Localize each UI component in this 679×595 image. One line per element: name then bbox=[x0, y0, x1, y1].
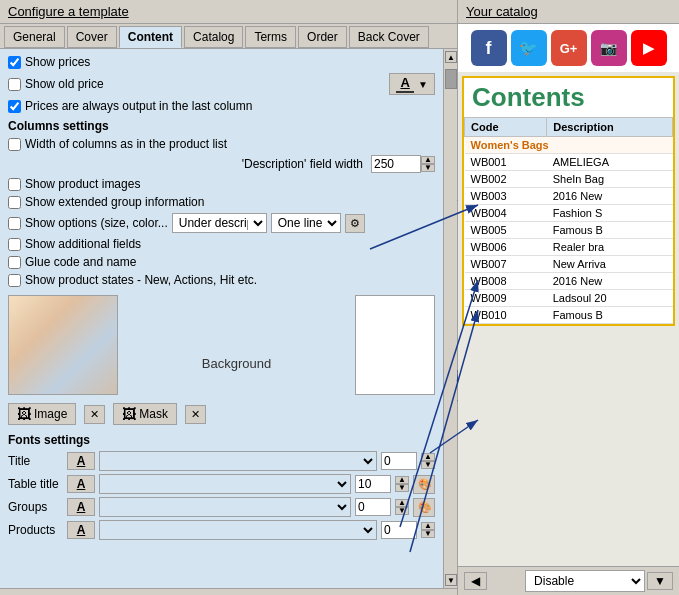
show-additional-fields-label: Show additional fields bbox=[25, 237, 141, 251]
show-product-images-label: Show product images bbox=[25, 177, 140, 191]
font-table-title-label: Table title bbox=[8, 477, 63, 491]
youtube-icon: ▶ bbox=[631, 30, 667, 66]
show-prices-label: Show prices bbox=[25, 55, 90, 69]
scrollbar[interactable]: ▲ ▼ bbox=[443, 49, 457, 588]
delete-image-button[interactable]: ✕ bbox=[84, 405, 105, 424]
show-product-images-checkbox[interactable] bbox=[8, 178, 21, 191]
font-title-spinner[interactable]: ▲ ▼ bbox=[421, 453, 435, 469]
background-label: Background bbox=[202, 356, 271, 371]
font-table-title-spinner[interactable]: ▲ ▼ bbox=[395, 476, 409, 492]
show-options-checkbox[interactable] bbox=[8, 217, 21, 230]
twitter-icon: 🐦 bbox=[511, 30, 547, 66]
spin-down[interactable]: ▼ bbox=[421, 164, 435, 172]
font-title-label: Title bbox=[8, 454, 63, 468]
googleplus-icon: G+ bbox=[551, 30, 587, 66]
table-row: WB008 2016 New bbox=[465, 273, 673, 290]
col-description: Description bbox=[547, 118, 673, 137]
contents-title: Contents bbox=[472, 82, 585, 112]
tab-back-cover[interactable]: Back Cover bbox=[349, 26, 429, 48]
table-row: WB010 Famous B bbox=[465, 307, 673, 324]
table-row: WB006 Realer bra bbox=[465, 239, 673, 256]
font-title-style-btn[interactable]: A bbox=[67, 452, 95, 470]
show-prices-checkbox[interactable] bbox=[8, 56, 21, 69]
columns-settings-title: Columns settings bbox=[8, 119, 435, 133]
table-row: WB005 Famous B bbox=[465, 222, 673, 239]
glue-code-checkbox[interactable] bbox=[8, 256, 21, 269]
fonts-settings-title: Fonts settings bbox=[8, 433, 435, 447]
col-code: Code bbox=[465, 118, 547, 137]
font-groups-spinner[interactable]: ▲ ▼ bbox=[395, 499, 409, 515]
show-product-states-label: Show product states - New, Actions, Hit … bbox=[25, 273, 257, 287]
desc-field-width-input[interactable]: 250 bbox=[371, 155, 421, 173]
scroll-down-btn[interactable]: ▼ bbox=[445, 574, 457, 586]
catalog-group-row: Women's Bags bbox=[465, 137, 673, 154]
tab-catalog[interactable]: Catalog bbox=[184, 26, 243, 48]
spin-down-table-title[interactable]: ▼ bbox=[395, 484, 409, 492]
font-a-icon: A bbox=[400, 75, 409, 90]
font-products-style-btn[interactable]: A bbox=[67, 521, 95, 539]
table-row: WB004 Fashion S bbox=[465, 205, 673, 222]
table-row: WB009 Ladsoul 20 bbox=[465, 290, 673, 307]
font-table-title-size-input[interactable]: 10 bbox=[355, 475, 391, 493]
font-groups-color-btn[interactable]: 🎨 bbox=[413, 498, 435, 517]
font-groups-size-input[interactable]: 0 bbox=[355, 498, 391, 516]
spin-down-groups[interactable]: ▼ bbox=[395, 507, 409, 515]
facebook-icon: f bbox=[471, 30, 507, 66]
table-row: WB007 New Arriva bbox=[465, 256, 673, 273]
configure-title: Configure a template bbox=[8, 4, 129, 19]
width-columns-checkbox[interactable] bbox=[8, 138, 21, 151]
tab-cover[interactable]: Cover bbox=[67, 26, 117, 48]
font-groups-family-select[interactable] bbox=[99, 497, 351, 517]
background-image-preview bbox=[8, 295, 118, 395]
nav-left-btn[interactable]: ◀ bbox=[464, 572, 487, 590]
font-products-spinner[interactable]: ▲ ▼ bbox=[421, 522, 435, 538]
font-groups-label: Groups bbox=[8, 500, 63, 514]
font-table-title-family-select[interactable] bbox=[99, 474, 351, 494]
tab-terms[interactable]: Terms bbox=[245, 26, 296, 48]
options-gear-button[interactable]: ⚙ bbox=[345, 214, 365, 233]
font-table-title-color-btn[interactable]: 🎨 bbox=[413, 475, 435, 494]
tab-order[interactable]: Order bbox=[298, 26, 347, 48]
font-table-title-style-btn[interactable]: A bbox=[67, 475, 95, 493]
show-additional-fields-checkbox[interactable] bbox=[8, 238, 21, 251]
disable-select[interactable]: Disable bbox=[525, 570, 645, 592]
mask-button[interactable]: 🖼 Mask bbox=[113, 403, 177, 425]
show-options-line-select[interactable]: One line bbox=[271, 213, 341, 233]
font-dropdown-arrow: ▼ bbox=[418, 79, 428, 90]
table-row: WB002 SheIn Bag bbox=[465, 171, 673, 188]
scroll-up-btn[interactable]: ▲ bbox=[445, 51, 457, 63]
font-style-button[interactable]: A ▼ bbox=[389, 73, 435, 95]
spin-down-title[interactable]: ▼ bbox=[421, 461, 435, 469]
font-title-family-select[interactable] bbox=[99, 451, 377, 471]
desc-field-width-label: 'Description' field width bbox=[8, 157, 371, 171]
font-groups-style-btn[interactable]: A bbox=[67, 498, 95, 516]
show-extended-group-label: Show extended group information bbox=[25, 195, 204, 209]
your-catalog-title: Your catalog bbox=[466, 4, 538, 19]
font-products-family-select[interactable] bbox=[99, 520, 377, 540]
show-old-price-label: Show old price bbox=[25, 77, 104, 91]
width-columns-label: Width of columns as in the product list bbox=[25, 137, 227, 151]
show-extended-group-checkbox[interactable] bbox=[8, 196, 21, 209]
font-title-size-input[interactable]: 0 bbox=[381, 452, 417, 470]
prices-last-col-label: Prices are always output in the last col… bbox=[25, 99, 252, 113]
show-options-placement-select[interactable]: Under descriptio bbox=[172, 213, 267, 233]
show-product-states-checkbox[interactable] bbox=[8, 274, 21, 287]
delete-mask-button[interactable]: ✕ bbox=[185, 405, 206, 424]
tab-general[interactable]: General bbox=[4, 26, 65, 48]
font-products-label: Products bbox=[8, 523, 63, 537]
show-options-label: Show options (size, color... bbox=[25, 216, 168, 230]
desc-width-spinner[interactable]: ▲ ▼ bbox=[421, 156, 435, 172]
dropdown-arrow-btn[interactable]: ▼ bbox=[647, 572, 673, 590]
background-mask-preview bbox=[355, 295, 435, 395]
catalog-table: Code Description Women's Bags WB001 AMEL… bbox=[464, 117, 673, 324]
prices-last-col-checkbox[interactable] bbox=[8, 100, 21, 113]
show-old-price-checkbox[interactable] bbox=[8, 78, 21, 91]
tab-content[interactable]: Content bbox=[119, 26, 182, 48]
table-row: WB003 2016 New bbox=[465, 188, 673, 205]
image-button[interactable]: 🖼 Image bbox=[8, 403, 76, 425]
mask-icon: 🖼 bbox=[122, 406, 136, 422]
table-row: WB001 AMELIEGA bbox=[465, 154, 673, 171]
spin-down-products[interactable]: ▼ bbox=[421, 530, 435, 538]
font-products-size-input[interactable]: 0 bbox=[381, 521, 417, 539]
image-icon: 🖼 bbox=[17, 406, 31, 422]
